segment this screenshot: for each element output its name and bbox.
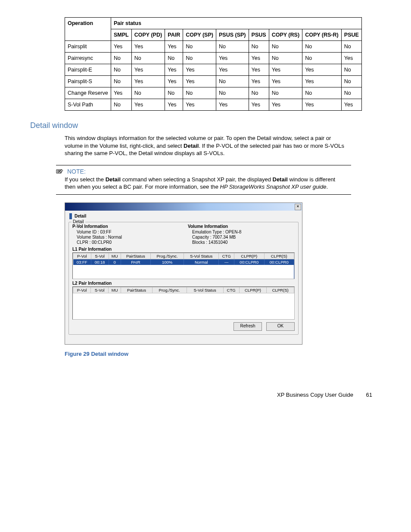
note-body: If you select the Detail command when se… <box>65 176 345 191</box>
pair-th: P-Vol <box>73 287 91 293</box>
pair-td: 0 <box>109 259 121 265</box>
td-cell: Yes <box>302 99 342 111</box>
close-icon[interactable]: × <box>295 204 301 210</box>
pair-td: 00:CLPR0 <box>234 259 264 265</box>
text-bold: Detail <box>184 143 199 149</box>
pair-td: Normal <box>184 259 219 265</box>
info-line: Emulation Type : OPEN-8 <box>188 230 295 234</box>
td-cell: No <box>269 41 302 53</box>
td-cell: No <box>111 76 131 87</box>
th-sub-7: COPY (RS-R) <box>302 29 342 41</box>
td-cell: No <box>302 53 342 64</box>
td-cell: No <box>249 41 269 53</box>
ok-button[interactable]: OK <box>266 322 295 331</box>
table-row: PairsplitYesYesYesNoNoNoNoNoNo <box>65 41 362 53</box>
table-row: Pairsplit-ENoYesYesYesYesYesYesYesNo <box>65 64 362 76</box>
th-sub-1: COPY (PD) <box>131 29 165 41</box>
td-cell: Yes <box>249 99 269 111</box>
td-cell: Yes <box>183 76 216 87</box>
header-bar-icon <box>69 213 72 219</box>
td-cell: Yes <box>249 64 269 76</box>
fieldset-legend: Detail <box>72 219 85 224</box>
table-row: S-Vol PathNoYesYesYesYesYesYesYesYes <box>65 99 362 111</box>
th-pair-status: Pair status <box>111 18 361 29</box>
td-cell: Yes <box>131 41 165 53</box>
pair-status-table: Operation Pair status SMPLCOPY (PD)PAIRC… <box>65 17 362 111</box>
td-cell: No <box>111 53 131 64</box>
pair-th: Prog./Sync. <box>152 287 187 293</box>
divider <box>56 165 351 165</box>
pair-td: PAIR <box>121 259 150 265</box>
td-cell: Yes <box>302 64 342 76</box>
table-row: Change ReserveYesNoNoNoNoNoNoNoNo <box>65 87 362 99</box>
pair-th: CLPR(P) <box>239 287 267 293</box>
td-cell: No <box>111 64 131 76</box>
td-cell: No <box>302 41 342 53</box>
td-cell: No <box>302 87 342 99</box>
td-cell: No <box>269 87 302 99</box>
td-cell: No <box>341 41 361 53</box>
text: . <box>326 184 328 190</box>
td-cell: Yes <box>165 64 183 76</box>
pair-th: CTG <box>219 253 234 259</box>
pair-th: PairStatus <box>121 253 150 259</box>
refresh-button[interactable]: Refresh <box>234 322 262 331</box>
td-cell: Yes <box>249 53 269 64</box>
td-cell: Yes <box>111 87 131 99</box>
l2-pair-table: P-VolS-VolMUPairStatusProg./Sync.S-Vol S… <box>72 286 295 320</box>
td-cell: No <box>131 87 165 99</box>
th-sub-4: PSUS (SP) <box>216 29 249 41</box>
td-cell: No <box>183 41 216 53</box>
td-cell: No <box>216 76 249 87</box>
pair-th: S-Vol <box>91 287 109 293</box>
pair-th: S-Vol Status <box>184 253 219 259</box>
td-cell: Yes <box>131 76 165 87</box>
pair-th: S-Vol <box>91 253 109 259</box>
td-cell: No <box>183 53 216 64</box>
section-title-detail-window: Detail window <box>30 121 381 130</box>
td-cell: Yes <box>249 76 269 87</box>
pair-th: Prog./Sync. <box>151 253 184 259</box>
figure-caption: Figure 29 Detail window <box>65 351 381 357</box>
footer-title: XP Business Copy User Guide <box>277 392 353 398</box>
td-operation: Pairsplit <box>65 41 111 53</box>
text-italic: HP StorageWorks Snapshot XP user guide <box>220 184 327 190</box>
info-line: Volume Status : Normal <box>72 235 179 240</box>
note-icon <box>56 168 64 174</box>
th-sub-3: COPY (SP) <box>183 29 216 41</box>
pair-td: --- <box>219 259 234 265</box>
volume-info: Volume Information Emulation Type : OPEN… <box>188 224 295 245</box>
td-cell: Yes <box>165 76 183 87</box>
detail-window-description: This window displays information for the… <box>65 134 349 157</box>
th-sub-2: PAIR <box>165 29 183 41</box>
pair-th: CTG <box>223 287 239 293</box>
pvol-info: P-Vol Information Volume ID : 03:FFVolum… <box>72 224 179 245</box>
dialog-titlebar: × <box>65 203 302 211</box>
l2-pair-title: L2 Pair Information <box>72 281 295 286</box>
page-number: 61 <box>366 392 372 398</box>
text-bold: Detail <box>273 176 288 183</box>
th-sub-6: COPY (RS) <box>269 29 302 41</box>
td-cell: No <box>341 76 361 87</box>
td-operation: Pairresync <box>65 53 111 64</box>
pair-th: MU <box>109 287 121 293</box>
th-operation: Operation <box>65 18 111 41</box>
td-cell: No <box>249 87 269 99</box>
td-cell: No <box>165 53 183 64</box>
td-cell: Yes <box>131 99 165 111</box>
td-operation: Pairsplit-E <box>65 64 111 76</box>
l1-pair-title: L1 Pair Information <box>72 247 295 252</box>
pair-td: 100% <box>151 259 184 265</box>
td-cell: Yes <box>131 64 165 76</box>
td-cell: Yes <box>269 76 302 87</box>
td-cell: No <box>165 87 183 99</box>
td-cell: No <box>269 53 302 64</box>
td-cell: Yes <box>165 41 183 53</box>
page-footer: XP Business Copy User Guide 61 <box>30 392 381 398</box>
td-cell: Yes <box>216 99 249 111</box>
pvol-title: P-Vol Information <box>72 224 179 229</box>
divider <box>56 194 351 195</box>
td-operation: Change Reserve <box>65 87 111 99</box>
th-sub-8: PSUE <box>341 29 361 41</box>
pair-th: PairStatus <box>121 287 152 293</box>
